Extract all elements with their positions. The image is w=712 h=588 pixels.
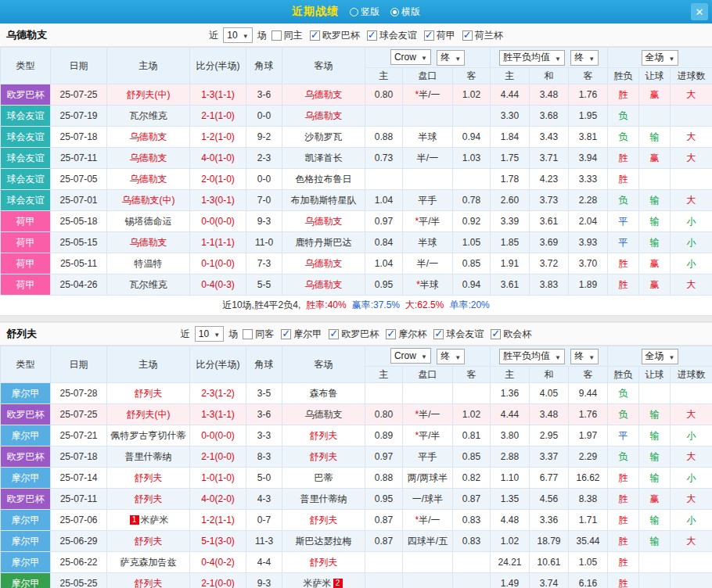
home-team[interactable]: 舒列夫 [107,468,190,489]
mean-time-select[interactable]: 终 [570,349,599,364]
away-team[interactable]: 沙勒罗瓦 [282,127,365,148]
close-button[interactable]: ✕ [691,3,708,20]
home-team[interactable]: 瓦尔维克 [107,274,190,296]
home-team[interactable]: 乌德勒支(中) [107,190,190,211]
home-team[interactable]: 舒列夫 [107,531,190,552]
away-team[interactable]: 凯泽首长 [282,148,365,169]
away-team[interactable]: 乌德勒支 [282,274,365,296]
radio-selected-icon [390,8,399,16]
odds-time-select[interactable]: 终 [437,50,465,66]
mean-home: 2.88 [491,446,530,468]
layout-radio-horizontal[interactable]: 横版 [390,5,420,19]
away-team[interactable]: 乌德勒支 [282,253,365,274]
away-team[interactable]: 舒列夫 [282,510,365,531]
result-goals: 大 [671,274,712,296]
section-divider [0,316,712,322]
match-score: 1-0(1-0) [190,468,246,489]
checkbox-checked-icon[interactable] [491,329,501,339]
home-team[interactable]: 锡塔德命运 [107,211,190,232]
filter-checkbox-item[interactable]: 同客 [243,328,274,341]
away-team[interactable]: 鹿特丹斯巴达 [282,232,365,253]
filter-checkbox-item[interactable]: 欧会杯 [491,328,531,341]
checkbox-unchecked-icon[interactable] [243,329,253,339]
home-team[interactable]: 乌德勒支 [107,232,190,253]
filter-checkbox-item[interactable]: 荷兰杯 [462,29,503,42]
match-row: 欧罗巴杯25-07-11舒列夫4-0(2-0)4-3普里什蒂纳0.95一/球半0… [1,489,712,510]
home-team[interactable]: 乌德勒支 [107,169,190,190]
filter-checkbox-item[interactable]: 摩尔杯 [386,328,426,341]
team-label: 布加勒斯特星队 [291,195,357,206]
mean-time-select[interactable]: 终 [570,50,599,66]
odds-time-select[interactable]: 终 [437,349,465,364]
filter-checkbox-item[interactable]: 摩尔甲 [281,328,322,341]
home-team[interactable]: 舒列夫(中) [107,404,190,425]
match-score: 1-1(1-1) [190,232,246,253]
match-row: 球会友谊25-07-18乌德勒支1-2(1-0)9-2沙勒罗瓦0.88半球0.9… [1,127,712,148]
checkbox-checked-icon[interactable] [310,30,320,41]
away-team[interactable]: 布加勒斯特星队 [282,190,365,211]
team-label: 乌德勒支 [305,409,343,420]
filter-checkbox-item[interactable]: 欧罗巴杯 [329,328,379,341]
checkbox-checked-icon[interactable] [386,329,396,339]
home-team[interactable]: 1米萨米 [107,510,190,531]
scope-select[interactable]: 全场 [642,50,679,66]
checkbox-checked-icon[interactable] [367,30,377,41]
checkbox-checked-icon[interactable] [329,329,339,339]
mean-type-select[interactable]: 胜平负均值 [499,349,565,364]
checkbox-unchecked-icon[interactable] [271,30,282,41]
away-team[interactable]: 乌德勒支 [282,404,365,425]
home-team[interactable]: 瓦尔维克 [107,106,190,127]
away-team[interactable]: 乌德勒支 [282,106,365,127]
mean-away: 3.33 [569,169,608,190]
chevron-down-icon [588,52,595,63]
match-count-select[interactable]: 10 [195,326,224,342]
odds-provider-select[interactable]: Crow [390,348,431,364]
odds-provider-select[interactable]: Crow [390,49,431,65]
corner-score: 4-4 [246,552,282,573]
home-team[interactable]: 萨克森加告兹 [107,552,190,573]
near-label: 近 [209,29,218,42]
checkbox-checked-icon[interactable] [462,30,473,41]
home-team[interactable]: 特温特 [107,253,190,274]
filter-checkbox-item[interactable]: 球会友谊 [367,29,417,42]
home-team[interactable]: 乌德勒支 [107,148,190,169]
checkbox-checked-icon[interactable] [424,30,434,41]
home-team[interactable]: 舒列夫 [107,573,190,588]
layout-radio-vertical[interactable]: 竖版 [350,5,379,19]
col-away: 客场 [282,48,365,84]
away-team[interactable]: 舒列夫 [282,446,365,468]
filter-checkbox-item[interactable]: 球会友谊 [433,328,484,341]
filter-checkbox-item[interactable]: 荷甲 [424,29,455,42]
away-team[interactable]: 色格拉布鲁日 [282,169,365,190]
away-team[interactable]: 巴蒂 [282,468,365,489]
away-team[interactable]: 米萨米2 [282,573,365,588]
mean-home: 2.60 [491,190,530,211]
corner-score: 8-3 [246,446,282,468]
home-team[interactable]: 舒列夫 [107,489,190,510]
filter-checkbox-item[interactable]: 同主 [271,29,303,42]
home-team[interactable]: 乌德勒支 [107,127,190,148]
home-team[interactable]: 舒列夫 [107,383,190,404]
checkbox-checked-icon[interactable] [433,329,444,339]
home-team[interactable]: 普里什蒂纳 [107,446,190,468]
away-team[interactable]: 乌德勒支 [282,211,365,232]
away-team[interactable]: 乌德勒支 [282,84,365,106]
odds-handicap [403,552,453,573]
away-team[interactable]: 舒列夫 [282,425,365,446]
mean-type-select[interactable]: 胜平负均值 [499,50,565,66]
checkbox-checked-icon[interactable] [281,329,291,339]
home-team[interactable]: 佩特罗古亨切什蒂 [107,425,190,446]
away-team[interactable]: 舒列夫 [282,552,365,573]
match-count-select[interactable]: 10 [223,27,252,43]
away-team[interactable]: 森布鲁 [282,383,365,404]
col-mean-home: 主 [491,68,530,84]
mean-home: 3.39 [491,211,530,232]
result-winlose: 胜 [608,169,639,190]
scope-select[interactable]: 全场 [642,349,679,364]
scope-group-header: 全场 [608,346,712,367]
away-team[interactable]: 斯巴达瑟拉梅 [282,531,365,552]
home-team[interactable]: 舒列夫(中) [107,84,190,106]
filter-checkbox-item[interactable]: 欧罗巴杯 [310,29,360,42]
away-team[interactable]: 普里什蒂纳 [282,489,365,510]
team-label: 舒列夫 [135,536,163,547]
